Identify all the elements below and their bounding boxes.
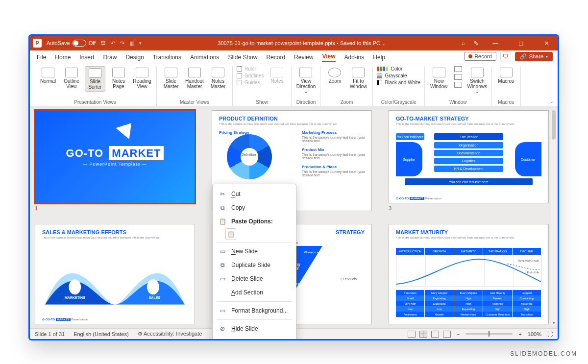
maximize-button[interactable]: ▢ [513,40,529,47]
status-language[interactable]: English (United States) [74,331,129,337]
pen-icon[interactable]: ✎ [474,40,478,47]
normal-view-button[interactable]: Normal [38,66,58,86]
svg-point-1 [147,279,159,294]
tab-slideshow[interactable]: Slide Show [228,54,257,61]
normal-view-icon[interactable] [408,331,416,338]
group-presentation-views: Normal Outline View Slide Sorter Notes P… [34,66,157,106]
reading-view-button[interactable]: Reading View [132,66,152,91]
new-slide-icon: ▭ [219,247,226,255]
ctx-duplicate-slide[interactable]: ⧉Duplicate Slide [213,258,296,272]
ctx-cut[interactable]: ✂CuCutt [213,187,296,201]
handout-master-button[interactable]: Handout Master [184,66,205,91]
autosave-toggle[interactable]: AutoSave Off [47,40,96,47]
tab-view[interactable]: View [322,53,335,62]
vertical-scrollbar[interactable]: ▾ [551,108,557,326]
collapse-ribbon-icon[interactable]: ⌄ [550,66,554,106]
group-direction: View Direction ⌄ Direction [292,66,320,106]
tab-animations[interactable]: Animations [190,54,219,61]
slide-thumbnail-6[interactable]: MARKET MATURITY This is the sample dummy… [389,224,549,325]
ctx-link-to-slide[interactable]: 🔗Link to this Slide [213,336,296,340]
tab-design[interactable]: Design [125,54,144,61]
group-zoom: Zoom Fit to Window Zoom [320,66,373,106]
title-bar: P AutoSave Off 🖫 ↶ ↷ ▥ ▾ 30075-01-go-to-… [30,36,558,50]
view-direction-button[interactable]: View Direction ⌄ [295,66,316,96]
from-beginning-icon[interactable]: ▥ [129,40,134,47]
grayscale-button[interactable]: Grayscale [377,73,420,78]
undo-icon[interactable]: ↶ [111,40,115,47]
ctx-format-background[interactable]: ▭Format Background... [213,304,296,317]
ribbon-tabs: File Home Insert Draw Design Transitions… [30,50,558,64]
record-button[interactable]: Record [464,52,496,61]
ruler-checkbox[interactable]: Ruler [237,66,264,72]
ctx-hide-slide[interactable]: ⊘Hide Slide [213,322,296,336]
ctx-delete-slide[interactable]: ▭Delete Slide [213,272,296,286]
ctx-copy[interactable]: ⧉Copy [213,201,296,215]
tab-file[interactable]: File [37,54,46,61]
notes-master-button[interactable]: Notes Master [208,66,228,91]
zoom-button[interactable]: Zoom [324,66,345,86]
context-menu: ✂CuCutt ⧉Copy 📋Paste Options: 📋 ▭New Sli… [212,184,296,340]
sorter-view-icon[interactable] [419,331,427,338]
slide-thumbnail-3[interactable]: GO-TO-MARKET STRATEGY This is the sample… [389,110,549,203]
share-button[interactable]: 🔗 Share ▾ [515,52,553,61]
tab-addins[interactable]: Add-ins [344,54,365,61]
move-split-icon[interactable] [454,82,462,88]
status-accessibility[interactable]: ⚙ Accessibility: Investigate [138,331,202,337]
scissors-icon: ✂ [219,190,226,198]
slide-number-1: 1 [35,205,195,211]
new-window-button[interactable]: New Window [429,66,449,91]
link-icon: 🔗 [219,339,226,340]
guides-checkbox[interactable]: Guides [237,80,264,85]
tab-review[interactable]: Review [294,54,313,61]
color-button[interactable]: Color [377,66,420,72]
reading-view-icon[interactable] [431,331,439,338]
delete-icon: ▭ [219,275,226,283]
close-button[interactable]: ✕ [538,40,555,47]
fit-to-window-icon[interactable]: ⛶ [547,331,553,337]
powerpoint-icon: P [33,39,42,48]
qat-dropdown-icon[interactable]: ▾ [139,41,142,46]
ctx-new-slide[interactable]: ▭New Slide [213,244,296,258]
search-icon[interactable]: ⌕ [462,40,465,46]
slideshow-view-icon[interactable] [443,331,451,338]
group-color-grayscale: Color Grayscale Black and White Color/Gr… [373,66,424,106]
arrange-all-icon[interactable] [454,66,462,72]
svg-point-0 [69,279,81,294]
group-window: New Window Switch Windows ⌄ Window [425,66,492,106]
redo-icon[interactable]: ↷ [120,40,124,47]
slide-thumbnail-4[interactable]: SALES & MARKETING EFFORTS This is the sa… [35,224,195,325]
duplicate-icon: ⧉ [219,261,226,269]
switch-windows-button[interactable]: Switch Windows ⌄ [467,66,488,96]
window-title: 30075-01-go-to-market-powerpoint-templat… [147,40,457,46]
tab-draw[interactable]: Draw [103,54,117,61]
zoom-slider[interactable] [466,333,513,335]
cascade-icon[interactable] [454,74,462,80]
slide-master-button[interactable]: Slide Master [161,66,181,91]
outline-view-button[interactable]: Outline View [61,66,82,91]
tab-record[interactable]: Record [266,54,285,61]
scroll-down-icon[interactable]: ▾ [551,320,557,325]
slide-sorter-button[interactable]: Slide Sorter [85,66,105,92]
notes-button[interactable]: Notes [267,66,287,86]
slide-thumbnail-1[interactable]: GO-TO MARKET — PowerPoint Template — [35,110,195,203]
fit-to-window-button[interactable]: Fit to Window [348,66,368,91]
zoom-in-icon[interactable]: + [518,331,521,337]
minimize-button[interactable]: — [487,40,504,46]
notes-page-button[interactable]: Notes Page [108,66,129,91]
blackwhite-button[interactable]: Black and White [377,80,420,85]
tab-help[interactable]: Help [373,54,385,61]
ctx-paste-button[interactable]: 📋 [225,228,236,240]
macros-button[interactable]: Macros [496,66,516,86]
status-slide-count: Slide 1 of 31 [35,331,65,337]
save-icon[interactable]: 🖫 [100,40,106,46]
cursor-arrow-icon [116,118,138,140]
gridlines-checkbox[interactable]: Gridlines [237,73,264,78]
ctx-add-section[interactable]: Add Section [213,286,296,299]
zoom-level[interactable]: 100% [528,331,541,337]
tab-insert[interactable]: Insert [79,54,94,61]
hide-icon: ⊘ [219,325,226,333]
zoom-out-icon[interactable]: − [457,331,460,337]
comments-button[interactable]: 🗨 [500,51,511,61]
tab-transitions[interactable]: Transitions [153,54,181,61]
tab-home[interactable]: Home [55,54,71,61]
